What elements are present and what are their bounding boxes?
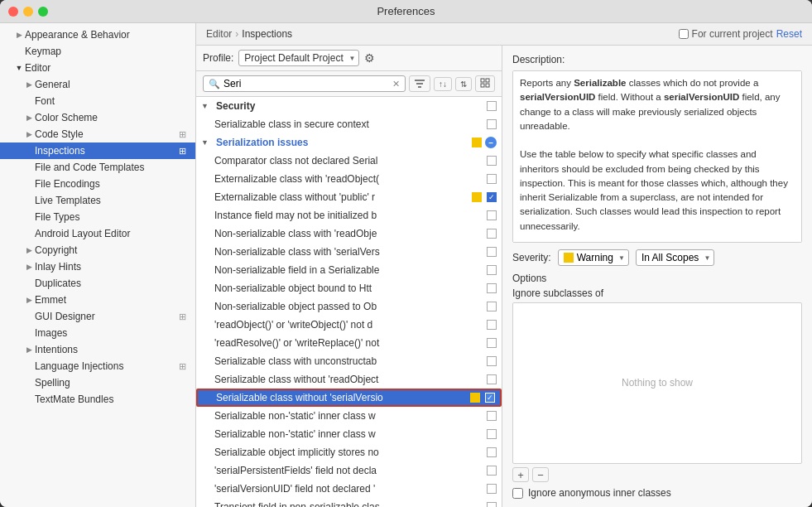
- item-checkbox[interactable]: [485, 393, 495, 403]
- sidebar-item-font[interactable]: Font: [0, 93, 195, 109]
- list-item[interactable]: ▼ Security: [196, 97, 502, 115]
- sidebar-item-label: File and Code Templates: [35, 162, 189, 173]
- reset-button[interactable]: Reset: [776, 28, 802, 40]
- search-input[interactable]: [223, 78, 389, 89]
- list-item[interactable]: Serializable object implicitly stores no: [196, 443, 502, 461]
- sort-button[interactable]: ⇅: [455, 77, 472, 91]
- list-item[interactable]: ▼ Serialization issues –: [196, 133, 502, 152]
- item-checkbox[interactable]: [487, 283, 497, 293]
- add-button[interactable]: +: [512, 467, 529, 482]
- item-checkbox[interactable]: [487, 466, 497, 476]
- item-checkbox[interactable]: [487, 247, 497, 257]
- sidebar-item-keymap[interactable]: Keymap: [0, 43, 195, 60]
- sidebar-item-appearance[interactable]: ▶ Appearance & Behavior: [0, 27, 195, 43]
- severity-select[interactable]: Warning: [558, 249, 629, 266]
- item-label: Externalizable class with 'readObject(: [214, 173, 483, 185]
- search-box[interactable]: 🔍 ✕: [203, 75, 406, 92]
- list-item[interactable]: Serializable non-'static' inner class w: [196, 425, 502, 443]
- item-checkbox[interactable]: [487, 429, 497, 439]
- list-item[interactable]: 'readResolve()' or 'writeReplace()' not: [196, 334, 502, 352]
- settings-icon: ⊞: [175, 146, 189, 157]
- list-item[interactable]: Non-serializable object bound to Htt: [196, 279, 502, 297]
- item-checkbox[interactable]: [487, 338, 497, 348]
- sidebar-item-file-encodings[interactable]: File Encodings: [0, 176, 195, 192]
- arrow-icon: ▼: [13, 64, 25, 72]
- list-item[interactable]: Serializable class without 'readObject: [196, 370, 502, 389]
- list-item[interactable]: Transient field in non-serializable clas: [196, 498, 502, 507]
- clear-search-icon[interactable]: ✕: [392, 79, 400, 89]
- sidebar-item-android-layout-editor[interactable]: Android Layout Editor: [0, 225, 195, 242]
- sidebar-item-editor[interactable]: ▼ Editor: [0, 60, 195, 76]
- preferences-window: Preferences ▶ Appearance & Behavior Keym…: [0, 0, 812, 507]
- list-item[interactable]: Comparator class not declared Serial: [196, 152, 502, 170]
- item-checkbox[interactable]: [487, 484, 497, 494]
- list-item[interactable]: Non-serializable field in a Serializable: [196, 261, 502, 279]
- item-checkbox[interactable]: [487, 502, 497, 507]
- item-label: Serialization issues: [216, 137, 468, 148]
- arrow-icon: ▶: [23, 345, 35, 354]
- item-checkbox[interactable]: [487, 411, 497, 421]
- list-item-selected[interactable]: Serializable class without 'serialVersio: [196, 389, 502, 407]
- sidebar-item-duplicates[interactable]: Duplicates: [0, 275, 195, 292]
- remove-button[interactable]: −: [532, 467, 549, 482]
- sidebar-item-color-scheme[interactable]: ▶ Color Scheme: [0, 109, 195, 126]
- item-checkbox[interactable]: [487, 302, 497, 311]
- item-checkbox[interactable]: [487, 119, 497, 129]
- item-checkbox[interactable]: [487, 174, 497, 184]
- list-item[interactable]: Non-serializable class with 'readObje: [196, 225, 502, 243]
- list-item[interactable]: 'readObject()' or 'writeObject()' not d: [196, 316, 502, 334]
- sidebar-item-code-style[interactable]: ▶ Code Style ⊞: [0, 126, 195, 142]
- sidebar-item-images[interactable]: Images: [0, 325, 195, 341]
- item-checkbox[interactable]: [487, 320, 497, 330]
- list-item[interactable]: Serializable non-'static' inner class w: [196, 407, 502, 425]
- sidebar-item-inspections[interactable]: Inspections ⊞: [0, 142, 195, 159]
- sidebar-item-label: Images: [35, 327, 189, 339]
- list-item[interactable]: Serializable class with unconstructab: [196, 352, 502, 370]
- item-checkbox[interactable]: [487, 447, 497, 457]
- nothing-to-show-label: Nothing to show: [622, 377, 693, 389]
- sidebar-item-live-templates[interactable]: Live Templates: [0, 192, 195, 209]
- list-item[interactable]: Instance field may not be initialized b: [196, 206, 502, 225]
- window-title: Preferences: [377, 5, 435, 17]
- sidebar-item-file-code-templates[interactable]: File and Code Templates: [0, 159, 195, 176]
- minimize-button[interactable]: [23, 7, 33, 17]
- sidebar-item-copyright[interactable]: ▶ Copyright: [0, 242, 195, 258]
- sidebar-item-general[interactable]: ▶ General: [0, 76, 195, 93]
- item-checkbox[interactable]: [487, 265, 497, 275]
- for-current-project-checkbox[interactable]: [679, 29, 689, 39]
- list-item[interactable]: Externalizable class with 'readObject(: [196, 170, 502, 188]
- severity-color-indicator: [564, 253, 574, 263]
- expand-button[interactable]: [475, 75, 495, 92]
- sidebar-item-spelling[interactable]: Spelling: [0, 374, 195, 391]
- list-item[interactable]: Non-serializable object passed to Ob: [196, 297, 502, 316]
- item-checkbox[interactable]: [487, 156, 497, 166]
- sidebar-item-intentions[interactable]: ▶ Intentions: [0, 341, 195, 358]
- gear-button[interactable]: ⚙: [364, 51, 375, 65]
- item-checkbox[interactable]: [487, 229, 497, 239]
- scope-select[interactable]: In All Scopes: [636, 249, 714, 266]
- list-item[interactable]: Non-serializable class with 'serialVers: [196, 243, 502, 261]
- sidebar-item-inlay-hints[interactable]: ▶ Inlay Hints: [0, 258, 195, 275]
- list-item[interactable]: 'serialPersistentFields' field not decla: [196, 461, 502, 480]
- list-item[interactable]: Externalizable class without 'public' r: [196, 188, 502, 206]
- sidebar-item-language-injections[interactable]: Language Injections ⊞: [0, 358, 195, 374]
- sidebar-item-textmate-bundles[interactable]: TextMate Bundles: [0, 391, 195, 408]
- item-checkbox[interactable]: [487, 192, 497, 202]
- severity-color-box: [470, 393, 480, 403]
- sidebar-item-file-types[interactable]: File Types: [0, 209, 195, 225]
- list-item[interactable]: 'serialVersionUID' field not declared ': [196, 480, 502, 498]
- ignore-anonymous-checkbox[interactable]: [512, 488, 523, 499]
- sidebar-item-emmet[interactable]: ▶ Emmet: [0, 292, 195, 308]
- item-checkbox[interactable]: [487, 101, 497, 111]
- filter-button[interactable]: [409, 75, 430, 92]
- close-button[interactable]: [8, 7, 18, 17]
- item-checkbox[interactable]: [487, 356, 497, 366]
- sort-az-button[interactable]: ↑↓: [434, 77, 452, 91]
- maximize-button[interactable]: [38, 7, 48, 17]
- description-panel: Description: Reports any Serializable cl…: [502, 46, 812, 507]
- item-checkbox[interactable]: [487, 210, 497, 220]
- profile-select[interactable]: Project Default Project: [238, 50, 359, 66]
- list-item[interactable]: Serializable class in secure context: [196, 115, 502, 133]
- sidebar-item-gui-designer[interactable]: GUI Designer ⊞: [0, 308, 195, 325]
- item-checkbox[interactable]: [487, 374, 497, 384]
